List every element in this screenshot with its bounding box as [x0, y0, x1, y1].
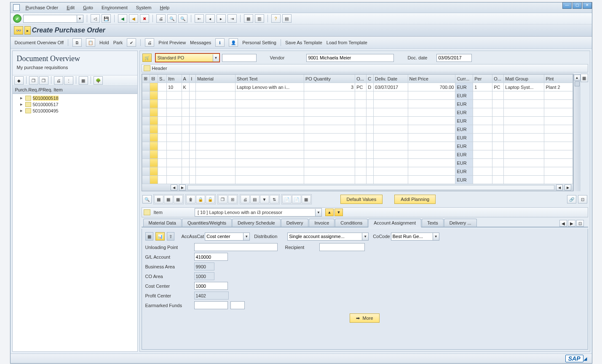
- maximize-button[interactable]: ▢: [573, 2, 582, 9]
- col-matl-group[interactable]: Matl Group: [504, 75, 544, 83]
- col-a[interactable]: A: [182, 75, 190, 83]
- delete-icon[interactable]: 🗑: [186, 195, 195, 203]
- table-row[interactable]: EUR: [142, 117, 573, 125]
- unlock-icon[interactable]: 🔓: [206, 195, 215, 203]
- tree-item[interactable]: ▸ 5010000518: [13, 95, 137, 101]
- scroll-left-icon[interactable]: ◀: [171, 185, 177, 190]
- display-icon[interactable]: 🔍: [142, 195, 152, 203]
- save-template-link[interactable]: Save As Template: [285, 40, 322, 45]
- grid-vertical-scroll[interactable]: ▲: [573, 74, 581, 191]
- find-icon[interactable]: 🔍: [167, 14, 177, 23]
- tab-delivery-more[interactable]: Delivery ...: [444, 219, 477, 227]
- cocode-input[interactable]: [391, 233, 433, 240]
- doc-date-input[interactable]: [436, 54, 472, 62]
- gl-account-input[interactable]: [194, 253, 228, 261]
- lock-icon[interactable]: 🔒: [196, 195, 205, 203]
- layout-icon[interactable]: ▤: [282, 14, 292, 23]
- table-row[interactable]: EUR: [142, 150, 573, 159]
- expand-icon[interactable]: ▸: [20, 102, 24, 107]
- tab-account-assignment[interactable]: Account Assignment: [368, 219, 421, 228]
- col-deliv-date[interactable]: Deliv. Date: [374, 75, 408, 83]
- command-dropdown-icon[interactable]: ▼: [77, 15, 83, 22]
- messages-link[interactable]: Messages: [190, 40, 211, 45]
- col-net-price[interactable]: Net Price: [408, 75, 455, 83]
- table-row[interactable]: EUR: [142, 108, 573, 117]
- tab-invoice[interactable]: Invoice: [309, 219, 334, 227]
- doc-overview-toggle-icon[interactable]: 👓: [14, 26, 23, 35]
- select-all-icon[interactable]: ▦: [154, 195, 163, 203]
- sidebar-hierarchy-icon[interactable]: 🌳: [94, 76, 103, 85]
- col-oun[interactable]: O...: [355, 75, 367, 83]
- tab-texts[interactable]: Texts: [422, 219, 444, 227]
- col-curr[interactable]: Curr...: [455, 75, 473, 83]
- check-icon[interactable]: ✔: [127, 38, 136, 47]
- info-icon[interactable]: ℹ: [215, 38, 225, 47]
- header-collapse-bar[interactable]: Header: [142, 64, 588, 72]
- table-row[interactable]: EUR: [142, 125, 573, 134]
- scroll-right-icon[interactable]: ▶: [179, 185, 186, 190]
- sidebar-grid-icon[interactable]: ▦: [79, 76, 88, 85]
- sidebar-tool-icon[interactable]: ⋮: [64, 76, 73, 85]
- scroll-track[interactable]: [187, 185, 554, 190]
- tab-scroll-left-icon[interactable]: ◀: [559, 220, 567, 227]
- sidebar-diamond-icon[interactable]: ◆: [14, 76, 24, 85]
- grid-status-icon[interactable]: ⊟: [150, 75, 158, 83]
- col-i[interactable]: I: [190, 75, 196, 83]
- menu-goto[interactable]: Goto: [83, 5, 93, 10]
- expand-icon[interactable]: ▸: [20, 108, 24, 113]
- table-row[interactable]: 10 K Laptop Lenovo with an i... 3 PC D 0…: [142, 83, 573, 91]
- sort-icon[interactable]: ⇅: [270, 195, 279, 203]
- detail-icon[interactable]: 📊: [155, 232, 165, 241]
- tab-scroll-right-icon[interactable]: ▶: [568, 220, 575, 227]
- deselect-icon[interactable]: ▦: [164, 195, 173, 203]
- doc2-icon[interactable]: 📄: [292, 195, 301, 203]
- cocode-combo[interactable]: ▼: [391, 233, 439, 241]
- cancel-icon[interactable]: ✖: [140, 14, 149, 23]
- menu-system[interactable]: System: [136, 5, 152, 10]
- col-plnt[interactable]: Plnt: [544, 75, 573, 83]
- table-row[interactable]: EUR: [142, 134, 573, 142]
- print-item-icon[interactable]: 🖨: [241, 195, 250, 203]
- close-button[interactable]: ✕: [583, 2, 592, 9]
- col-c[interactable]: C: [367, 75, 374, 83]
- other-po-icon[interactable]: 📋: [86, 38, 95, 47]
- personal-setting-icon[interactable]: 👤: [229, 38, 238, 47]
- first-page-icon[interactable]: ⇤: [195, 14, 204, 23]
- col-itm[interactable]: Itm: [166, 75, 182, 83]
- table-row[interactable]: EUR: [142, 167, 573, 176]
- item-next-icon[interactable]: ▼: [334, 209, 343, 216]
- expand-icon[interactable]: ▸: [20, 95, 24, 101]
- create-icon[interactable]: 🗎: [72, 38, 82, 47]
- sidebar-copy1-icon[interactable]: ❐: [29, 76, 38, 85]
- minimize-button[interactable]: —: [562, 2, 572, 9]
- command-field[interactable]: ▼: [23, 15, 83, 23]
- table-row[interactable]: EUR: [142, 91, 573, 100]
- copy-icon[interactable]: ❐: [218, 195, 227, 203]
- last-page-icon[interactable]: ⇥: [227, 14, 237, 23]
- insert-icon[interactable]: ⊞: [228, 195, 237, 203]
- tree-item[interactable]: ▸ 5010000495: [13, 107, 137, 114]
- grid-config-icon[interactable]: ⊞: [142, 75, 150, 83]
- expand-icon[interactable]: ⊡: [578, 195, 587, 203]
- scroll-right2-icon[interactable]: ▶: [565, 185, 571, 190]
- dropdown-icon[interactable]: ▼: [213, 54, 219, 62]
- tab-delivery-schedule[interactable]: Delivery Schedule: [232, 219, 281, 227]
- hold-link[interactable]: Hold: [99, 40, 109, 45]
- item-select-combo[interactable]: [ 10 ] Laptop Lenovo with an i3 processo…: [195, 208, 322, 217]
- print-preview-icon[interactable]: 🖨: [145, 38, 154, 47]
- scroll-left2-icon[interactable]: ◀: [556, 185, 563, 190]
- table-row[interactable]: EUR: [142, 176, 573, 184]
- col-o2[interactable]: O...: [492, 75, 504, 83]
- dropdown-icon[interactable]: ▼: [362, 233, 368, 240]
- vendor-input[interactable]: [306, 54, 394, 62]
- print-preview-link[interactable]: Print Preview: [158, 40, 186, 45]
- col-s[interactable]: S..: [158, 75, 167, 83]
- park-link[interactable]: Park: [113, 40, 123, 45]
- sidebar-print-icon[interactable]: 🖨: [54, 76, 63, 85]
- prev-page-icon[interactable]: ◂: [206, 14, 215, 23]
- addl-planning-button[interactable]: Addl Planning: [394, 195, 436, 204]
- more-button[interactable]: ➡ More: [350, 313, 379, 323]
- menu-purchase-order[interactable]: Purchase Order: [26, 5, 59, 10]
- scroll-thumb[interactable]: [575, 81, 580, 86]
- command-input[interactable]: [24, 16, 77, 22]
